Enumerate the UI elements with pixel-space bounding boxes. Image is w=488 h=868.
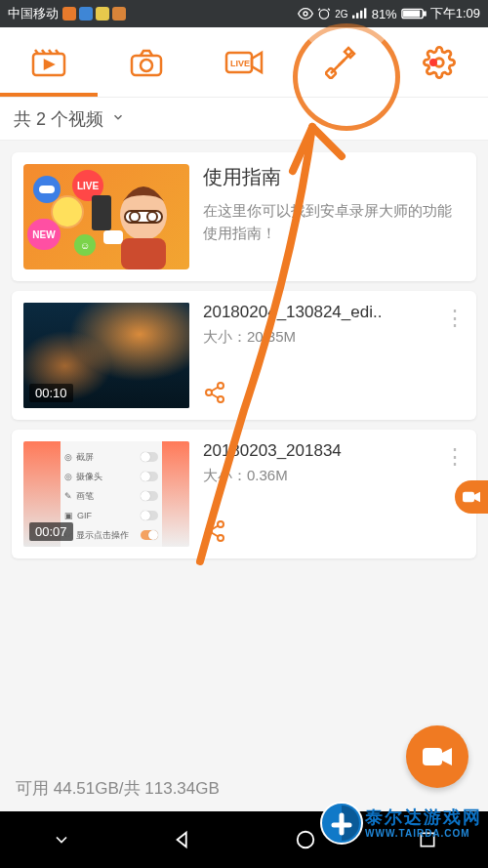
video-actions [203, 512, 465, 547]
video-count-dropdown[interactable]: 共 2 个视频 [0, 98, 488, 141]
watermark-logo-icon [320, 802, 363, 845]
video-thumbnail: ◎截屏 ◎摄像头 ✎画笔 ▣GIF ☞显示点击操作 00:07 [23, 441, 189, 547]
nav-hide-button[interactable] [48, 826, 75, 853]
more-button[interactable]: ⋮ [443, 305, 467, 332]
duration-badge: 00:07 [29, 522, 73, 541]
video-size: 大小：0.36M [203, 467, 465, 485]
svg-point-26 [206, 528, 212, 534]
video-info: 20180203_201834 大小：0.36M [203, 441, 465, 547]
video-count-label: 共 2 个视频 [14, 107, 103, 131]
battery-pct: 81% [372, 7, 397, 21]
content-area: LIVE NEW ☺ 使用指南 在这里你可以找到安卓录屏大师的功能使用指南！ [0, 141, 488, 570]
lightbulb-icon [53, 197, 82, 227]
floating-record-mini[interactable] [455, 480, 488, 514]
svg-point-30 [297, 832, 313, 848]
watermark: 泰尔达游戏网 WWW.TAIRDA.COM [320, 802, 482, 845]
duration-badge: 00:10 [29, 384, 73, 402]
tab-tools[interactable] [322, 43, 361, 82]
guide-thumbnail: LIVE NEW ☺ [23, 164, 189, 269]
signal-icon [352, 7, 368, 21]
indicator-record-icon [62, 7, 76, 21]
watermark-en: WWW.TAIRDA.COM [365, 828, 482, 840]
top-tab-bar: LIVE [0, 27, 488, 98]
svg-point-11 [141, 60, 152, 71]
settings-notification-dot [429, 59, 437, 66]
svg-rect-2 [352, 16, 354, 19]
video-info: 20180204_130824_edi.. 大小：20.35M [203, 303, 465, 408]
tab-settings[interactable] [420, 43, 459, 82]
svg-point-24 [218, 396, 224, 402]
video-title: 20180204_130824_edi.. [203, 303, 465, 322]
video-card[interactable]: ◎截屏 ◎摄像头 ✎画笔 ▣GIF ☞显示点击操作 00:07 20180203… [12, 430, 476, 558]
new-badge-icon: NEW [27, 219, 61, 250]
record-fab[interactable] [406, 725, 468, 788]
guide-description: 在这里你可以找到安卓录屏大师的功能使用指南！ [203, 200, 465, 244]
svg-rect-5 [364, 8, 366, 18]
video-size: 大小：20.35M [203, 328, 465, 347]
battery-icon [401, 8, 427, 20]
carrier-label: 中国移动 [8, 5, 59, 22]
chevron-down-icon [111, 108, 125, 129]
network-label: 2G [335, 9, 347, 20]
watermark-text: 泰尔达游戏网 WWW.TAIRDA.COM [365, 807, 482, 839]
svg-rect-28 [463, 492, 474, 503]
tab-live[interactable]: LIVE [224, 43, 264, 82]
svg-rect-29 [423, 748, 442, 765]
svg-point-0 [304, 12, 307, 16]
video-thumbnail: 00:10 [23, 303, 189, 408]
svg-point-1 [320, 10, 329, 19]
eye-icon [298, 6, 313, 21]
status-indicators [62, 7, 126, 21]
gamepad-icon [33, 176, 61, 203]
svg-rect-3 [356, 13, 358, 19]
svg-rect-16 [39, 186, 55, 193]
status-bar: 中国移动 2G 81% 下午1:09 [0, 0, 488, 27]
svg-point-27 [218, 535, 224, 541]
share-button[interactable] [203, 529, 226, 546]
avatar-illustration [102, 176, 185, 269]
active-tab-underline [0, 93, 98, 97]
nav-back-button[interactable] [170, 826, 197, 853]
video-actions [203, 373, 465, 408]
svg-point-20 [147, 212, 157, 222]
guide-info: 使用指南 在这里你可以找到安卓录屏大师的功能使用指南！ [203, 164, 465, 269]
svg-rect-4 [360, 11, 362, 19]
svg-rect-8 [403, 11, 419, 17]
svg-point-19 [130, 212, 140, 222]
watermark-cn: 泰尔达游戏网 [365, 807, 482, 828]
indicator-download-icon [96, 7, 109, 21]
tab-camera[interactable] [127, 43, 166, 82]
alarm-icon [317, 7, 331, 21]
svg-text:LIVE: LIVE [230, 59, 250, 68]
more-button[interactable]: ⋮ [443, 443, 467, 471]
smiley-icon: ☺ [74, 234, 96, 256]
svg-point-23 [206, 390, 212, 395]
guide-card[interactable]: LIVE NEW ☺ 使用指南 在这里你可以找到安卓录屏大师的功能使用指南！ [12, 152, 476, 281]
status-left: 中国移动 [8, 5, 126, 22]
status-right: 2G 81% 下午1:09 [298, 5, 480, 22]
share-button[interactable] [203, 391, 226, 407]
video-card[interactable]: 00:10 20180204_130824_edi.. 大小：20.35M ⋮ [12, 291, 476, 420]
clock-label: 下午1:09 [430, 5, 480, 22]
svg-point-25 [218, 521, 224, 527]
nav-home-button[interactable] [292, 826, 319, 853]
video-title: 20180203_201834 [203, 441, 465, 461]
indicator-alipay-icon [79, 7, 93, 21]
svg-point-22 [218, 383, 224, 389]
svg-rect-7 [424, 12, 426, 16]
tab-videos[interactable] [29, 43, 68, 82]
guide-title: 使用指南 [203, 164, 465, 190]
svg-rect-21 [121, 238, 166, 269]
indicator-chat-icon [112, 7, 126, 21]
storage-label: 可用 44.51GB/共 113.34GB [16, 779, 220, 798]
